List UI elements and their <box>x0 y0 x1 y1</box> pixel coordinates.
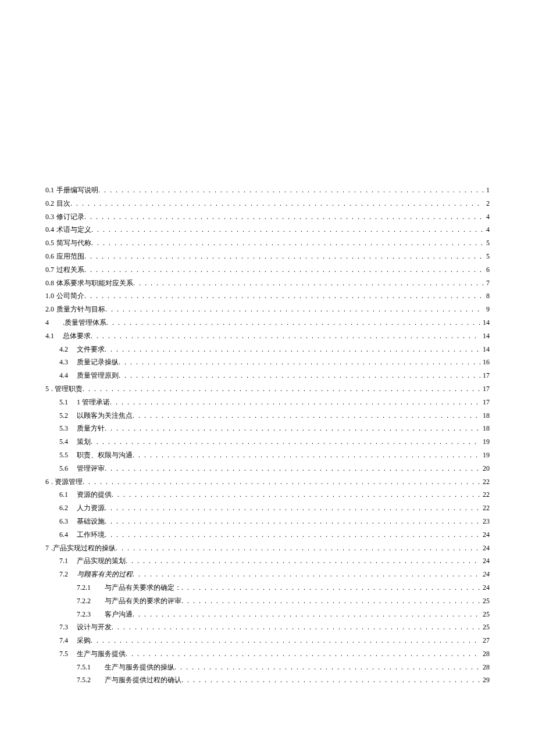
toc-leader-dots <box>133 277 484 290</box>
toc-entry-page: 17 <box>480 382 490 396</box>
toc-entry-page: 28 <box>480 647 490 661</box>
toc-entry-number: 4 <box>45 316 60 329</box>
toc-entry-page: 24 <box>480 528 490 542</box>
toc-leader-dots <box>105 515 480 528</box>
toc-entry-page: 25 <box>480 594 490 608</box>
toc-entry: 5.2以顾客为关注焦点18 <box>45 409 490 422</box>
toc-leader-dots <box>70 197 484 210</box>
toc-leader-dots <box>126 554 480 568</box>
toc-entry: 6. 资源管理22 <box>45 475 490 489</box>
toc-entry-number: 7.5.2 <box>77 673 102 687</box>
toc-leader-dots <box>181 673 480 687</box>
toc-leader-dots <box>91 223 484 237</box>
toc-leader-dots <box>133 608 480 621</box>
toc-leader-dots <box>83 475 480 489</box>
toc-entry: 7.2.2与产品有关的要求的评审25 <box>45 594 490 608</box>
toc-entry-number: 5.4 <box>59 435 74 449</box>
toc-entry-number: 4.4 <box>59 369 74 382</box>
toc-entry: 6.1资源的提供22 <box>45 488 490 501</box>
toc-entry: 7.1产品实现的策划24 <box>45 554 490 568</box>
toc-entry-label: 客户沟通 <box>102 608 133 621</box>
toc-entry-number: 7.3 <box>59 621 74 634</box>
toc-entry-number: 5.2 <box>59 409 74 422</box>
toc-entry-label: 以顾客为关注焦点 <box>74 409 133 422</box>
toc-entry: 5.5职责、权限与沟通19 <box>45 449 490 462</box>
toc-entry: 0.6应用范围5 <box>45 250 490 263</box>
toc-entry-page: 27 <box>480 634 490 647</box>
toc-entry-page: 24 <box>480 581 490 594</box>
toc-entry: 7.3设计与开发25 <box>45 621 490 634</box>
toc-entry-label: 与产品有关要求的确定： <box>102 581 181 594</box>
toc-entry-page: 22 <box>480 488 490 501</box>
toc-entry-number: 0.1 <box>45 184 54 197</box>
toc-entry-label: 生产与服务提供 <box>74 647 126 661</box>
document-page: 0.1手册编写说明10.2目次20.3修订记录40.4术语与定义40.5简写与代… <box>0 0 535 756</box>
toc-leader-dots <box>106 316 480 329</box>
toc-entry-page: 22 <box>480 501 490 515</box>
toc-entry: 4.1总体要求14 <box>45 329 490 343</box>
toc-entry-page: 9 <box>484 303 490 316</box>
toc-entry: 0.2目次2 <box>45 197 490 210</box>
toc-leader-dots <box>84 250 484 263</box>
toc-leader-dots <box>91 237 484 250</box>
toc-entry-label: 文件要求 <box>74 343 105 356</box>
toc-leader-dots <box>112 621 480 634</box>
toc-entry: 4.3质量记录操纵16 <box>45 356 490 369</box>
toc-entry: 7.5.2产与服务提供过程的确认29 <box>45 673 490 687</box>
toc-leader-dots <box>119 356 480 369</box>
toc-entry-label: .产品实现过程的操纵 <box>49 542 116 555</box>
toc-entry: 6.3基础设施23 <box>45 515 490 528</box>
toc-entry: 5.6管理评审20 <box>45 462 490 475</box>
toc-leader-dots <box>105 343 480 356</box>
toc-leader-dots <box>174 661 480 674</box>
toc-entry-number: 0.7 <box>45 263 54 277</box>
toc-entry-page: 19 <box>480 449 490 462</box>
toc-entry-number: 7.2.3 <box>77 608 102 621</box>
toc-entry-number: 0.2 <box>45 197 54 210</box>
toc-leader-dots <box>116 542 480 555</box>
toc-entry-page: 25 <box>480 608 490 621</box>
toc-leader-dots <box>84 289 484 303</box>
toc-entry-label: 与产品有关的要求的评审 <box>102 594 181 608</box>
toc-leader-dots <box>105 303 484 316</box>
toc-entry-page: 18 <box>480 409 490 422</box>
toc-entry-label: 设计与开发 <box>74 621 112 634</box>
toc-entry-label: . 资源管理 <box>49 475 83 489</box>
toc-entry-label: 资源的提供 <box>74 488 112 501</box>
toc-entry: 6.4工作环境24 <box>45 528 490 542</box>
toc-entry-number: 6.3 <box>59 515 74 528</box>
toc-leader-dots <box>133 568 480 581</box>
toc-entry-number: 7.1 <box>59 554 74 568</box>
toc-entry-page: 28 <box>480 661 490 674</box>
toc-entry-number: 7.2.1 <box>77 581 102 594</box>
toc-entry-page: 14 <box>480 329 490 343</box>
toc-entry-number: 7.2 <box>59 568 74 581</box>
toc-entry-label: 采购 <box>74 634 91 647</box>
toc-entry-number: 6.2 <box>59 501 74 515</box>
toc-entry-page: 14 <box>480 343 490 356</box>
toc-entry-page: 24 <box>480 554 490 568</box>
toc-leader-dots <box>84 263 484 277</box>
toc-leader-dots <box>133 409 480 422</box>
toc-entry-number: 5.6 <box>59 462 74 475</box>
toc-entry-number: 7.5 <box>59 647 74 661</box>
toc-entry-label: .质量管理体系 <box>60 316 106 329</box>
toc-leader-dots <box>91 329 480 343</box>
toc-entry-label: 质量方针 <box>74 422 105 435</box>
toc-entry: 7.产品实现过程的操纵24 <box>45 542 490 555</box>
toc-entry: 7.2与顾客有关的过程24 <box>45 568 490 581</box>
toc-entry-label: . 管理职责 <box>49 382 83 396</box>
toc-entry-number: 0.3 <box>45 210 54 224</box>
toc-entry: 5. 管理职责17 <box>45 382 490 396</box>
toc-leader-dots <box>105 462 480 475</box>
toc-entry-page: 20 <box>480 462 490 475</box>
toc-entry: 0.4术语与定义4 <box>45 223 490 237</box>
toc-entry-page: 14 <box>480 316 490 329</box>
toc-entry-label: 质量方针与目标 <box>54 303 105 316</box>
toc-entry-number: 7.4 <box>59 634 74 647</box>
toc-entry: 0.1手册编写说明1 <box>45 184 490 197</box>
toc-entry-number: 2.0 <box>45 303 54 316</box>
toc-entry-label: 目次 <box>54 197 70 210</box>
toc-entry-label: 过程关系 <box>54 263 84 277</box>
toc-leader-dots <box>181 581 480 594</box>
